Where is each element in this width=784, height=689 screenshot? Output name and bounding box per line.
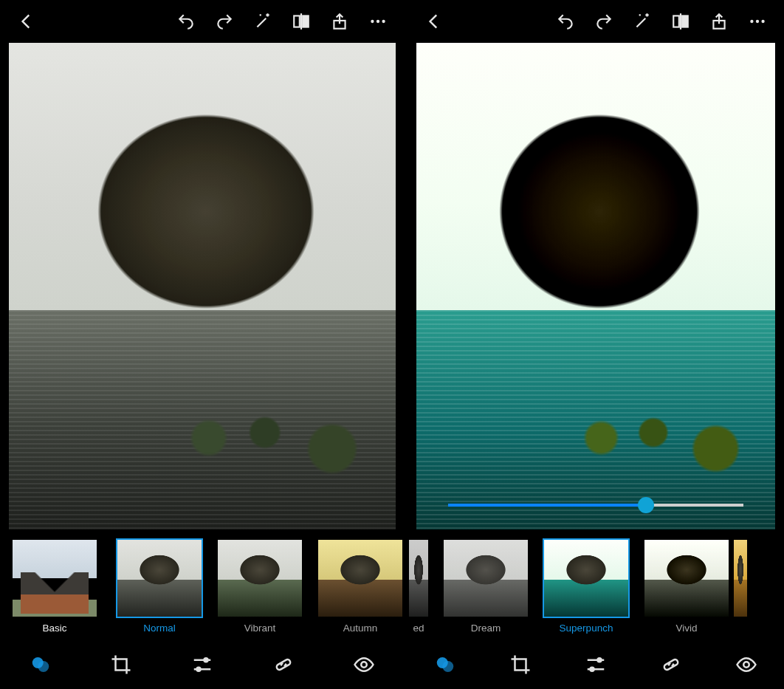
filter-tile-partial-right[interactable]: [732, 538, 749, 618]
top-toolbar: [408, 0, 784, 43]
svg-rect-30: [663, 659, 678, 671]
photo-canvas[interactable]: [0, 43, 405, 529]
undo-button[interactable]: [170, 5, 202, 38]
svg-point-5: [376, 20, 379, 23]
top-toolbar: [0, 0, 405, 43]
svg-rect-17: [673, 16, 679, 27]
redeye-tool[interactable]: [342, 642, 386, 687]
auto-enhance-button[interactable]: [247, 5, 279, 38]
photo-canvas[interactable]: [408, 43, 784, 529]
bottom-tool-bar: [0, 640, 405, 689]
svg-point-22: [756, 20, 759, 23]
filter-tile-dream[interactable]: Dream: [441, 538, 530, 634]
crop-tool[interactable]: [498, 642, 543, 687]
filter-category-basic[interactable]: Basic: [10, 538, 99, 634]
share-button[interactable]: [323, 5, 356, 38]
svg-point-16: [361, 662, 367, 668]
svg-rect-1: [303, 16, 309, 27]
redeye-tool[interactable]: [724, 642, 768, 687]
editor-screen-right: ed Dream Superpunch Vivid: [405, 0, 784, 689]
undo-button[interactable]: [549, 5, 582, 38]
filter-label: Autumn: [343, 623, 378, 634]
svg-point-8: [38, 661, 49, 672]
svg-point-11: [204, 658, 207, 662]
filter-label: Dream: [471, 623, 501, 634]
bottom-tool-bar: [408, 640, 784, 689]
slider-track: [448, 504, 743, 507]
slider-fill: [448, 504, 646, 507]
svg-point-29: [591, 668, 594, 671]
filter-label: ed: [413, 623, 424, 634]
filter-label: Vivid: [675, 623, 697, 634]
more-button[interactable]: [362, 5, 394, 38]
crop-tool[interactable]: [99, 642, 143, 687]
slider-thumb[interactable]: [638, 497, 654, 513]
svg-rect-0: [294, 16, 300, 27]
filter-thumbnails[interactable]: ed Dream Superpunch Vivid: [408, 529, 784, 640]
svg-rect-13: [275, 659, 291, 671]
filter-tile-normal[interactable]: Normal: [115, 538, 204, 634]
category-label: Basic: [42, 623, 66, 634]
looks-tool[interactable]: [18, 642, 63, 687]
share-button[interactable]: [703, 5, 735, 38]
filter-intensity-slider[interactable]: [448, 497, 743, 513]
filter-label: Superpunch: [560, 623, 613, 634]
svg-point-4: [371, 20, 374, 23]
filter-tile-partial-left[interactable]: ed: [408, 538, 430, 634]
svg-rect-18: [682, 16, 688, 27]
svg-point-28: [598, 658, 602, 662]
more-button[interactable]: [741, 5, 774, 38]
filter-tile-superpunch[interactable]: Superpunch: [542, 538, 630, 634]
redo-button[interactable]: [588, 5, 620, 38]
filter-label: Normal: [143, 623, 176, 634]
adjust-tool[interactable]: [180, 642, 224, 687]
svg-point-33: [743, 662, 749, 668]
filter-label: Vibrant: [244, 623, 276, 634]
svg-point-21: [750, 20, 753, 23]
main-photo: [416, 43, 775, 529]
editor-screen-left: Basic Normal Vibrant Autumn: [0, 0, 405, 689]
back-button[interactable]: [418, 5, 450, 38]
adjust-tool[interactable]: [574, 642, 618, 687]
main-photo: [9, 43, 396, 529]
back-button[interactable]: [10, 5, 43, 38]
compare-button[interactable]: [285, 5, 317, 38]
svg-point-25: [442, 661, 453, 672]
heal-tool[interactable]: [649, 642, 693, 687]
auto-enhance-button[interactable]: [626, 5, 659, 38]
filter-tile-vibrant[interactable]: Vibrant: [216, 538, 304, 634]
looks-tool[interactable]: [423, 642, 467, 687]
filter-tile-vivid[interactable]: Vivid: [642, 538, 731, 634]
heal-tool[interactable]: [261, 642, 306, 687]
svg-point-6: [382, 20, 385, 23]
filter-thumbnails[interactable]: Basic Normal Vibrant Autumn: [0, 529, 405, 640]
redo-button[interactable]: [208, 5, 241, 38]
svg-point-12: [196, 668, 200, 671]
filter-tile-autumn[interactable]: Autumn: [316, 538, 405, 634]
svg-point-23: [761, 20, 764, 23]
compare-button[interactable]: [664, 5, 697, 38]
